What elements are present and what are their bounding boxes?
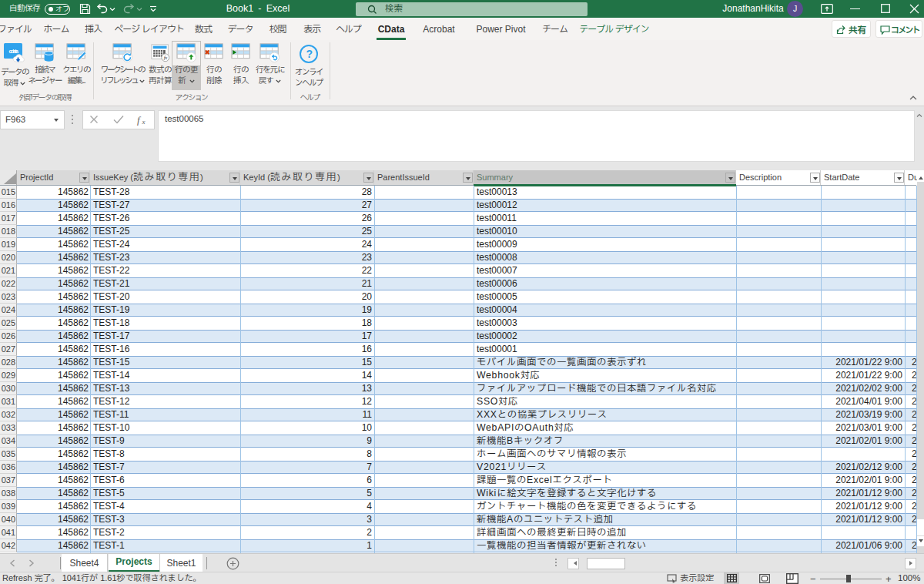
svg-text:x: x bbox=[142, 118, 146, 126]
svg-text:f: f bbox=[137, 114, 142, 126]
svg-text:?: ? bbox=[306, 48, 312, 60]
